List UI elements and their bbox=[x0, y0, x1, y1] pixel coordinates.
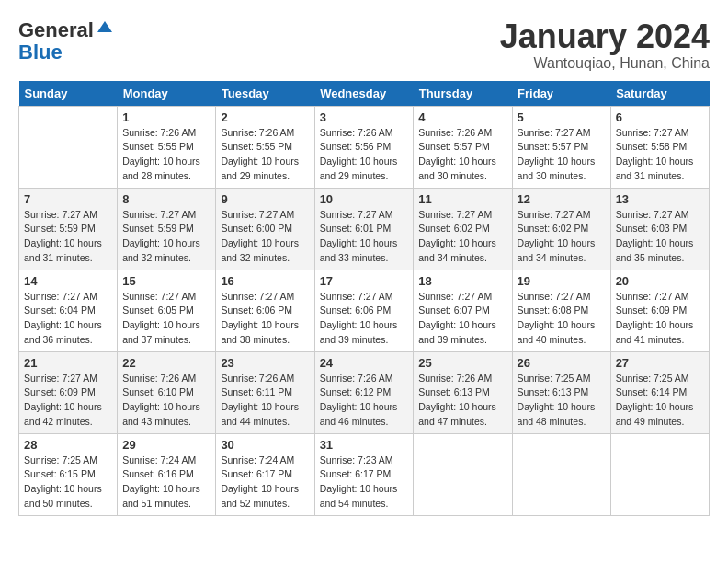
table-row: 3Sunrise: 7:26 AM Sunset: 5:56 PM Daylig… bbox=[314, 106, 414, 188]
day-info: Sunrise: 7:26 AM Sunset: 6:10 PM Dayligh… bbox=[122, 372, 210, 430]
day-number: 17 bbox=[320, 274, 409, 288]
table-row: 11Sunrise: 7:27 AM Sunset: 6:02 PM Dayli… bbox=[414, 188, 512, 270]
day-number: 30 bbox=[221, 438, 309, 452]
day-info: Sunrise: 7:27 AM Sunset: 6:04 PM Dayligh… bbox=[24, 290, 112, 348]
header-thursday: Thursday bbox=[414, 81, 512, 107]
day-number: 16 bbox=[221, 274, 309, 288]
table-row: 2Sunrise: 7:26 AM Sunset: 5:55 PM Daylig… bbox=[216, 106, 314, 188]
day-info: Sunrise: 7:26 AM Sunset: 5:55 PM Dayligh… bbox=[221, 126, 309, 184]
day-number: 2 bbox=[221, 110, 309, 124]
calendar-week-row: 7Sunrise: 7:27 AM Sunset: 5:59 PM Daylig… bbox=[19, 188, 710, 270]
day-number: 4 bbox=[418, 110, 506, 124]
day-info: Sunrise: 7:26 AM Sunset: 6:12 PM Dayligh… bbox=[320, 372, 409, 430]
day-info: Sunrise: 7:27 AM Sunset: 5:57 PM Dayligh… bbox=[518, 126, 606, 184]
title-section: January 2024 Wantouqiao, Hunan, China bbox=[500, 18, 710, 72]
day-info: Sunrise: 7:27 AM Sunset: 6:00 PM Dayligh… bbox=[221, 208, 309, 266]
day-number: 15 bbox=[122, 274, 210, 288]
header-monday: Monday bbox=[118, 81, 216, 107]
calendar-table: Sunday Monday Tuesday Wednesday Thursday… bbox=[18, 81, 710, 516]
day-info: Sunrise: 7:27 AM Sunset: 5:59 PM Dayligh… bbox=[24, 208, 112, 266]
day-info: Sunrise: 7:26 AM Sunset: 6:13 PM Dayligh… bbox=[418, 372, 506, 430]
table-row: 31Sunrise: 7:23 AM Sunset: 6:17 PM Dayli… bbox=[314, 433, 414, 515]
day-info: Sunrise: 7:25 AM Sunset: 6:15 PM Dayligh… bbox=[24, 454, 112, 511]
day-info: Sunrise: 7:27 AM Sunset: 6:02 PM Dayligh… bbox=[518, 208, 606, 266]
calendar-week-row: 28Sunrise: 7:25 AM Sunset: 6:15 PM Dayli… bbox=[19, 433, 710, 515]
table-row: 12Sunrise: 7:27 AM Sunset: 6:02 PM Dayli… bbox=[512, 188, 610, 270]
day-number: 27 bbox=[616, 356, 704, 370]
day-number: 29 bbox=[122, 438, 210, 452]
table-row bbox=[512, 433, 610, 515]
table-row: 19Sunrise: 7:27 AM Sunset: 6:08 PM Dayli… bbox=[512, 270, 610, 351]
table-row bbox=[414, 433, 512, 515]
day-info: Sunrise: 7:27 AM Sunset: 6:01 PM Dayligh… bbox=[320, 208, 409, 266]
day-number: 8 bbox=[122, 192, 210, 206]
day-number: 21 bbox=[24, 356, 112, 370]
table-row: 16Sunrise: 7:27 AM Sunset: 6:06 PM Dayli… bbox=[216, 270, 314, 351]
day-number: 13 bbox=[616, 192, 704, 206]
table-row: 26Sunrise: 7:25 AM Sunset: 6:13 PM Dayli… bbox=[512, 351, 610, 433]
day-info: Sunrise: 7:25 AM Sunset: 6:14 PM Dayligh… bbox=[616, 372, 704, 430]
day-info: Sunrise: 7:27 AM Sunset: 5:58 PM Dayligh… bbox=[616, 126, 704, 184]
day-number: 28 bbox=[24, 438, 112, 452]
day-info: Sunrise: 7:26 AM Sunset: 6:11 PM Dayligh… bbox=[221, 372, 309, 430]
day-number: 3 bbox=[320, 110, 409, 124]
day-info: Sunrise: 7:26 AM Sunset: 5:55 PM Dayligh… bbox=[122, 126, 210, 184]
day-info: Sunrise: 7:24 AM Sunset: 6:17 PM Dayligh… bbox=[221, 454, 309, 511]
table-row: 6Sunrise: 7:27 AM Sunset: 5:58 PM Daylig… bbox=[610, 106, 709, 188]
table-row: 1Sunrise: 7:26 AM Sunset: 5:55 PM Daylig… bbox=[118, 106, 216, 188]
day-number: 26 bbox=[518, 356, 606, 370]
table-row: 24Sunrise: 7:26 AM Sunset: 6:12 PM Dayli… bbox=[314, 351, 414, 433]
logo-icon bbox=[96, 19, 114, 38]
logo-blue: Blue bbox=[18, 40, 63, 64]
table-row: 5Sunrise: 7:27 AM Sunset: 5:57 PM Daylig… bbox=[512, 106, 610, 188]
table-row bbox=[610, 433, 709, 515]
svg-marker-0 bbox=[97, 21, 112, 32]
table-row: 14Sunrise: 7:27 AM Sunset: 6:04 PM Dayli… bbox=[19, 270, 118, 351]
day-info: Sunrise: 7:27 AM Sunset: 6:07 PM Dayligh… bbox=[418, 290, 506, 348]
day-info: Sunrise: 7:26 AM Sunset: 5:57 PM Dayligh… bbox=[418, 126, 506, 184]
table-row: 13Sunrise: 7:27 AM Sunset: 6:03 PM Dayli… bbox=[610, 188, 709, 270]
day-number: 18 bbox=[418, 274, 506, 288]
day-number: 22 bbox=[122, 356, 210, 370]
day-number: 20 bbox=[616, 274, 704, 288]
table-row: 23Sunrise: 7:26 AM Sunset: 6:11 PM Dayli… bbox=[216, 351, 314, 433]
table-row: 20Sunrise: 7:27 AM Sunset: 6:09 PM Dayli… bbox=[610, 270, 709, 351]
table-row: 29Sunrise: 7:24 AM Sunset: 6:16 PM Dayli… bbox=[118, 433, 216, 515]
table-row: 10Sunrise: 7:27 AM Sunset: 6:01 PM Dayli… bbox=[314, 188, 414, 270]
calendar-week-row: 21Sunrise: 7:27 AM Sunset: 6:09 PM Dayli… bbox=[19, 351, 710, 433]
day-info: Sunrise: 7:27 AM Sunset: 6:03 PM Dayligh… bbox=[616, 208, 704, 266]
table-row: 8Sunrise: 7:27 AM Sunset: 5:59 PM Daylig… bbox=[118, 188, 216, 270]
table-row: 7Sunrise: 7:27 AM Sunset: 5:59 PM Daylig… bbox=[19, 188, 118, 270]
day-number: 12 bbox=[518, 192, 606, 206]
table-row: 27Sunrise: 7:25 AM Sunset: 6:14 PM Dayli… bbox=[610, 351, 709, 433]
day-number: 25 bbox=[418, 356, 506, 370]
table-row: 25Sunrise: 7:26 AM Sunset: 6:13 PM Dayli… bbox=[414, 351, 512, 433]
table-row: 18Sunrise: 7:27 AM Sunset: 6:07 PM Dayli… bbox=[414, 270, 512, 351]
header-wednesday: Wednesday bbox=[314, 81, 414, 107]
day-number: 9 bbox=[221, 192, 309, 206]
day-info: Sunrise: 7:24 AM Sunset: 6:16 PM Dayligh… bbox=[122, 454, 210, 511]
header-sunday: Sunday bbox=[19, 81, 118, 107]
day-number: 11 bbox=[418, 192, 506, 206]
day-info: Sunrise: 7:27 AM Sunset: 6:09 PM Dayligh… bbox=[616, 290, 704, 348]
day-info: Sunrise: 7:27 AM Sunset: 6:06 PM Dayligh… bbox=[221, 290, 309, 348]
day-number: 23 bbox=[221, 356, 309, 370]
table-row: 4Sunrise: 7:26 AM Sunset: 5:57 PM Daylig… bbox=[414, 106, 512, 188]
calendar-week-row: 1Sunrise: 7:26 AM Sunset: 5:55 PM Daylig… bbox=[19, 106, 710, 188]
day-info: Sunrise: 7:27 AM Sunset: 5:59 PM Dayligh… bbox=[122, 208, 210, 266]
table-row: 9Sunrise: 7:27 AM Sunset: 6:00 PM Daylig… bbox=[216, 188, 314, 270]
day-info: Sunrise: 7:26 AM Sunset: 5:56 PM Dayligh… bbox=[320, 126, 409, 184]
table-row bbox=[19, 106, 118, 188]
header-saturday: Saturday bbox=[610, 81, 709, 107]
header: General Blue January 2024 Wantouqiao, Hu… bbox=[18, 18, 710, 72]
day-info: Sunrise: 7:25 AM Sunset: 6:13 PM Dayligh… bbox=[518, 372, 606, 430]
day-number: 24 bbox=[320, 356, 409, 370]
calendar-week-row: 14Sunrise: 7:27 AM Sunset: 6:04 PM Dayli… bbox=[19, 270, 710, 351]
day-info: Sunrise: 7:27 AM Sunset: 6:02 PM Dayligh… bbox=[418, 208, 506, 266]
day-info: Sunrise: 7:23 AM Sunset: 6:17 PM Dayligh… bbox=[320, 454, 409, 511]
table-row: 22Sunrise: 7:26 AM Sunset: 6:10 PM Dayli… bbox=[118, 351, 216, 433]
calendar-title: January 2024 bbox=[500, 18, 710, 55]
day-number: 31 bbox=[320, 438, 409, 452]
header-friday: Friday bbox=[512, 81, 610, 107]
day-number: 6 bbox=[616, 110, 704, 124]
